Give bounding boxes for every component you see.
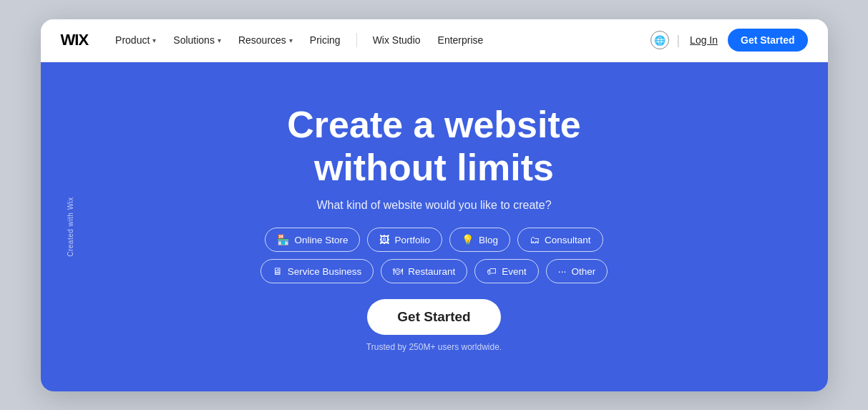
store-icon: 🏪 (277, 234, 289, 245)
type-online-store[interactable]: 🏪 Online Store (265, 228, 360, 252)
wix-logo: WIX (61, 31, 89, 49)
type-blog[interactable]: 💡 Blog (449, 228, 510, 252)
event-icon: 🏷 (487, 265, 497, 277)
type-consultant[interactable]: 🗂 Consultant (517, 228, 603, 252)
website-types: 🏪 Online Store 🖼 Portfolio 💡 Blog 🗂 Cons… (260, 228, 608, 283)
types-row-1: 🏪 Online Store 🖼 Portfolio 💡 Blog 🗂 Cons… (265, 228, 603, 252)
navbar: WIX Product ▾ Solutions ▾ Resources ▾ Pr… (41, 19, 828, 62)
chevron-down-icon: ▾ (289, 36, 293, 44)
restaurant-icon: 🍽 (393, 265, 403, 277)
nav-links: Product ▾ Solutions ▾ Resources ▾ Pricin… (108, 30, 650, 50)
types-row-2: 🖥 Service Business 🍽 Restaurant 🏷 Event … (260, 259, 608, 283)
trusted-text: Trusted by 250M+ users worldwide. (366, 342, 502, 352)
get-started-nav-button[interactable]: Get Started (728, 29, 807, 52)
screen-wrapper: WIX Product ▾ Solutions ▾ Resources ▾ Pr… (41, 19, 828, 391)
nav-item-wix-studio[interactable]: Wix Studio (366, 30, 428, 50)
hero-get-started-button[interactable]: Get Started (367, 299, 500, 335)
type-restaurant[interactable]: 🍽 Restaurant (381, 259, 467, 283)
login-button[interactable]: Log In (687, 30, 721, 50)
globe-icon[interactable]: 🌐 (650, 31, 669, 49)
hero-title: Create a website without limits (287, 104, 580, 190)
chevron-down-icon: ▾ (152, 36, 156, 44)
nav-item-enterprise[interactable]: Enterprise (431, 30, 491, 50)
nav-item-solutions[interactable]: Solutions ▾ (166, 30, 228, 50)
chevron-down-icon: ▾ (218, 36, 221, 44)
consultant-icon: 🗂 (530, 234, 540, 245)
nav-item-product[interactable]: Product ▾ (108, 30, 163, 50)
type-other[interactable]: ··· Other (546, 259, 608, 283)
nav-item-resources[interactable]: Resources ▾ (231, 30, 300, 50)
blog-icon: 💡 (462, 234, 474, 245)
type-service-business[interactable]: 🖥 Service Business (260, 259, 374, 283)
hero-section: Created with Wix Create a website withou… (41, 62, 828, 391)
other-icon: ··· (558, 265, 567, 277)
nav-divider (356, 33, 357, 47)
hero-subtitle: What kind of website would you like to c… (316, 199, 551, 212)
nav-right: 🌐 | Log In Get Started (650, 29, 807, 52)
type-event[interactable]: 🏷 Event (474, 259, 539, 283)
nav-item-pricing[interactable]: Pricing (303, 30, 348, 50)
portfolio-icon: 🖼 (379, 234, 389, 245)
type-portfolio[interactable]: 🖼 Portfolio (367, 228, 442, 252)
side-label: Created with Wix (67, 197, 74, 257)
nav-separator: | (676, 33, 680, 48)
service-icon: 🖥 (273, 265, 283, 277)
